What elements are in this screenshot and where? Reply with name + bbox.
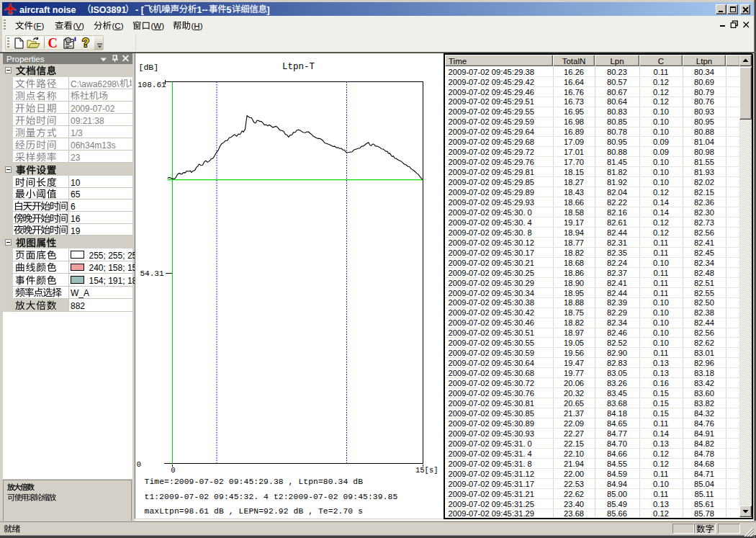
svg-text:?: ? <box>82 36 89 49</box>
